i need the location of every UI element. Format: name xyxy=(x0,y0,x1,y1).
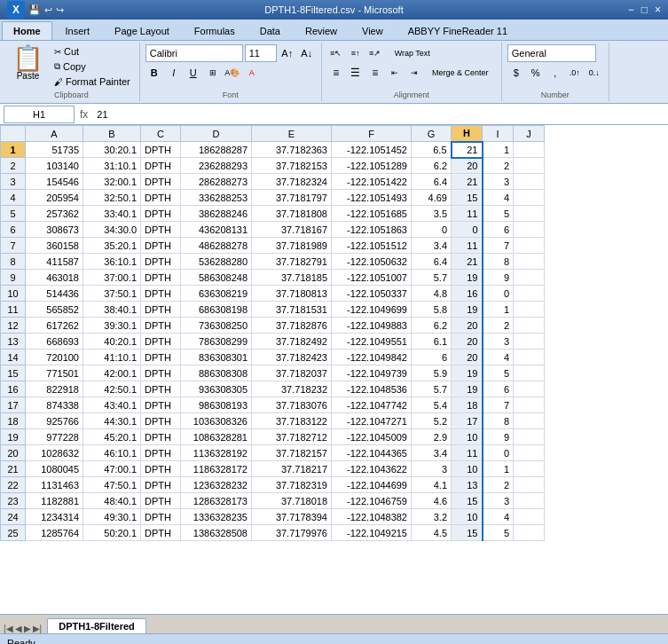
cell-g14[interactable]: 6 xyxy=(412,349,452,365)
cell-d8[interactable]: 536288280 xyxy=(181,254,252,270)
cell-c18[interactable]: DPTH xyxy=(141,413,181,429)
cell-f18[interactable]: -122.1047271 xyxy=(332,413,412,429)
cell-i25[interactable]: 5 xyxy=(483,525,514,541)
cell-i2[interactable]: 2 xyxy=(483,158,514,174)
cell-f6[interactable]: -122.1051863 xyxy=(332,222,412,238)
first-sheet-arrow[interactable]: |◀ xyxy=(4,624,13,633)
cell-j3[interactable] xyxy=(514,174,545,190)
cell-e15[interactable]: 37.7182037 xyxy=(252,365,332,381)
col-header-a[interactable]: A xyxy=(26,126,83,142)
cell-h25[interactable]: 15 xyxy=(452,525,483,541)
cell-b21[interactable]: 47:00.1 xyxy=(83,461,141,477)
cell-b11[interactable]: 38:40.1 xyxy=(83,302,141,318)
cell-i3[interactable]: 3 xyxy=(483,174,514,190)
cell-b18[interactable]: 44:30.1 xyxy=(83,413,141,429)
formula-input[interactable] xyxy=(93,106,664,123)
cell-e11[interactable]: 37.7181531 xyxy=(252,302,332,318)
align-left-button[interactable]: ≡ xyxy=(327,64,345,82)
cell-a17[interactable]: 874338 xyxy=(26,397,83,413)
row-header[interactable]: 14 xyxy=(1,349,26,365)
cell-g16[interactable]: 5.7 xyxy=(412,381,452,397)
cell-b9[interactable]: 37:00.1 xyxy=(83,270,141,286)
cell-i9[interactable]: 9 xyxy=(483,270,514,286)
cell-g25[interactable]: 4.5 xyxy=(412,525,452,541)
cell-a11[interactable]: 565852 xyxy=(26,302,83,318)
cell-b2[interactable]: 31:10.1 xyxy=(83,158,141,174)
cell-h17[interactable]: 18 xyxy=(452,397,483,413)
next-sheet-arrow[interactable]: ▶ xyxy=(24,624,31,633)
cell-i16[interactable]: 6 xyxy=(483,381,514,397)
cell-c22[interactable]: DPTH xyxy=(141,477,181,493)
cell-e25[interactable]: 37.7179976 xyxy=(252,525,332,541)
cell-h9[interactable]: 19 xyxy=(452,270,483,286)
align-right-button[interactable]: ≡ xyxy=(366,64,384,82)
cell-b6[interactable]: 34:30.0 xyxy=(83,222,141,238)
cell-i15[interactable]: 5 xyxy=(483,365,514,381)
cell-j23[interactable] xyxy=(514,493,545,509)
cell-i8[interactable]: 8 xyxy=(483,254,514,270)
border-button[interactable]: ⊞ xyxy=(204,64,222,82)
cell-i10[interactable]: 0 xyxy=(483,286,514,302)
cell-d12[interactable]: 736308250 xyxy=(181,318,252,334)
cell-d10[interactable]: 636308219 xyxy=(181,286,252,302)
tab-data[interactable]: Data xyxy=(248,21,292,40)
font-size-input[interactable] xyxy=(245,44,277,62)
cell-c10[interactable]: DPTH xyxy=(141,286,181,302)
cell-g13[interactable]: 6.1 xyxy=(412,334,452,349)
cell-b17[interactable]: 43:40.1 xyxy=(83,397,141,413)
cell-e1[interactable]: 37.7182363 xyxy=(252,142,332,158)
cell-c9[interactable]: DPTH xyxy=(141,270,181,286)
row-header[interactable]: 11 xyxy=(1,302,26,318)
cell-h16[interactable]: 19 xyxy=(452,381,483,397)
row-header[interactable]: 2 xyxy=(1,158,26,174)
cut-button[interactable]: ✂ Cut xyxy=(51,44,134,59)
cell-ref-input[interactable] xyxy=(4,106,75,123)
cell-h23[interactable]: 15 xyxy=(452,493,483,509)
cell-j12[interactable] xyxy=(514,318,545,334)
cell-j20[interactable] xyxy=(514,445,545,461)
cell-i4[interactable]: 4 xyxy=(483,190,514,206)
cell-f2[interactable]: -122.1051289 xyxy=(332,158,412,174)
cell-b22[interactable]: 47:50.1 xyxy=(83,477,141,493)
cell-j8[interactable] xyxy=(514,254,545,270)
cell-g17[interactable]: 5.4 xyxy=(412,397,452,413)
cell-e6[interactable]: 37.718167 xyxy=(252,222,332,238)
align-left-top-button[interactable]: ≡↖ xyxy=(327,44,345,62)
cell-b3[interactable]: 32:00.1 xyxy=(83,174,141,190)
row-header[interactable]: 15 xyxy=(1,365,26,381)
decrease-font-button[interactable]: A↓ xyxy=(298,44,316,62)
col-header-j[interactable]: J xyxy=(514,126,545,142)
cell-f8[interactable]: -122.1050632 xyxy=(332,254,412,270)
cell-i11[interactable]: 1 xyxy=(483,302,514,318)
cell-j22[interactable] xyxy=(514,477,545,493)
cell-g6[interactable]: 0 xyxy=(412,222,452,238)
cell-b13[interactable]: 40:20.1 xyxy=(83,334,141,349)
cell-c11[interactable]: DPTH xyxy=(141,302,181,318)
cell-i21[interactable]: 1 xyxy=(483,461,514,477)
cell-f25[interactable]: -122.1049215 xyxy=(332,525,412,541)
cell-h10[interactable]: 16 xyxy=(452,286,483,302)
prev-sheet-arrow[interactable]: ◀ xyxy=(15,624,22,633)
cell-f14[interactable]: -122.1049842 xyxy=(332,349,412,365)
last-sheet-arrow[interactable]: ▶| xyxy=(33,624,43,633)
cell-b15[interactable]: 42:00.1 xyxy=(83,365,141,381)
cell-a10[interactable]: 514436 xyxy=(26,286,83,302)
cell-b5[interactable]: 33:40.1 xyxy=(83,206,141,222)
cell-h21[interactable]: 10 xyxy=(452,461,483,477)
cell-h1[interactable]: 21 xyxy=(452,142,483,158)
cell-g3[interactable]: 6.4 xyxy=(412,174,452,190)
cell-h14[interactable]: 20 xyxy=(452,349,483,365)
cell-g12[interactable]: 6.2 xyxy=(412,318,452,334)
cell-e8[interactable]: 37.7182791 xyxy=(252,254,332,270)
cell-c23[interactable]: DPTH xyxy=(141,493,181,509)
format-painter-button[interactable]: 🖌 Format Painter xyxy=(51,75,134,89)
cell-f4[interactable]: -122.1051493 xyxy=(332,190,412,206)
cell-g24[interactable]: 3.2 xyxy=(412,509,452,525)
cell-c13[interactable]: DPTH xyxy=(141,334,181,349)
col-header-i[interactable]: I xyxy=(483,126,514,142)
col-header-d[interactable]: D xyxy=(181,126,252,142)
cell-j13[interactable] xyxy=(514,334,545,349)
row-header[interactable]: 8 xyxy=(1,254,26,270)
cell-d1[interactable]: 186288287 xyxy=(181,142,252,158)
tab-insert[interactable]: Insert xyxy=(54,21,102,40)
